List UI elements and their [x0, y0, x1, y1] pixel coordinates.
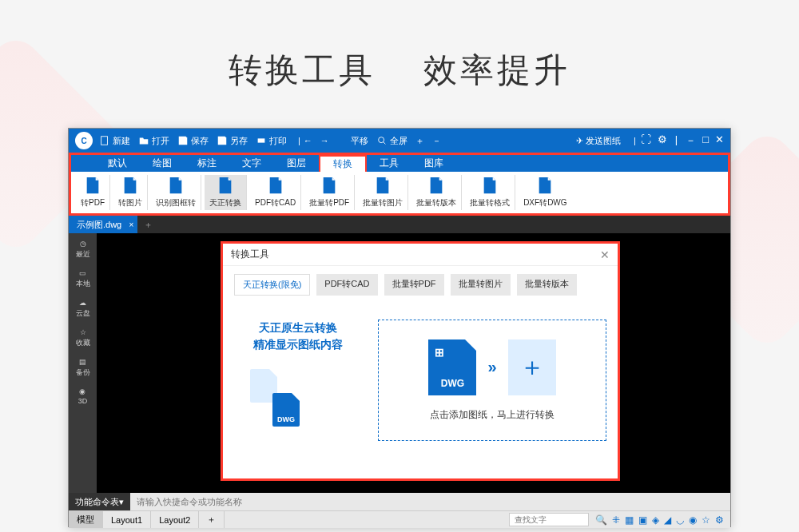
app-logo: C	[75, 132, 93, 149]
command-input[interactable]	[130, 497, 730, 506]
saveas-button[interactable]: 另存	[217, 135, 248, 147]
ribbon-toolbar: 转PDF转图片识别图框转天正转换PDF转CAD批量转PDF批量转图片批量转版本批…	[69, 172, 730, 216]
layout-tab-Layout2[interactable]: Layout2	[151, 511, 199, 528]
ribbon-转图片[interactable]: 转图片	[113, 175, 148, 210]
sidebar-云盘[interactable]: ☁云盘	[76, 299, 90, 319]
ribbon-转PDF[interactable]: 转PDF	[76, 175, 110, 210]
workspace: ◷最近▭本地☁云盘☆收藏▤备份◉3D 转换工具 ✕ 天正转换(限免)PDF转CA…	[69, 233, 730, 493]
dialog-close-button[interactable]: ✕	[600, 248, 610, 261]
ortho-icon[interactable]: ▣	[638, 514, 647, 526]
titlebar: C 新建 打开 保存 另存 打印 | ← → 平移 全屏 ＋ － ✈ 发送图纸 …	[69, 129, 730, 153]
arc-icon[interactable]: ◡	[676, 514, 684, 526]
settings-icon[interactable]: ⚙	[658, 133, 667, 148]
menubar: 默认绘图标注文字图层转换工具图库	[69, 153, 730, 172]
arrow-icon: »	[487, 358, 496, 376]
promo-graphic	[234, 361, 362, 441]
add-file-button[interactable]: ＋	[508, 339, 556, 395]
search-input[interactable]	[509, 513, 589, 526]
menu-文字[interactable]: 文字	[229, 155, 274, 172]
ribbon-DXF转DWG[interactable]: DXF转DWG	[519, 175, 571, 210]
open-button[interactable]: 打开	[138, 135, 169, 147]
new-button[interactable]: 新建	[99, 135, 130, 147]
menu-转换[interactable]: 转换	[319, 155, 367, 172]
zoomin-button[interactable]: ＋	[415, 135, 424, 147]
drop-area[interactable]: DWG » ＋ 点击添加图纸，马上进行转换	[378, 320, 606, 441]
menu-图层[interactable]: 图层	[274, 155, 319, 172]
ribbon-识别图框转[interactable]: 识别图框转	[151, 175, 201, 210]
settings2-icon[interactable]: ⚙	[715, 514, 724, 526]
close-button[interactable]: ✕	[715, 133, 724, 148]
sidebar-本地[interactable]: ▭本地	[76, 269, 90, 289]
layout-tab-Layout1[interactable]: Layout1	[103, 511, 151, 528]
expand-icon[interactable]: ⛶	[641, 133, 651, 148]
dialog-tab-0[interactable]: 天正转换(限免)	[234, 274, 310, 296]
add-tab-button[interactable]: ＋	[137, 219, 159, 231]
drawing-canvas[interactable]: 转换工具 ✕ 天正转换(限免)PDF转CAD批量转PDF批量转图片批量转版本 天…	[97, 233, 730, 493]
dialog-tab-2[interactable]: 批量转PDF	[384, 274, 444, 296]
dialog-tab-4[interactable]: 批量转版本	[517, 274, 577, 296]
dialog-title: 转换工具	[231, 248, 269, 261]
ribbon-PDF转CAD[interactable]: PDF转CAD	[250, 175, 301, 210]
sidebar-3D[interactable]: ◉3D	[78, 387, 88, 405]
app-window: C 新建 打开 保存 另存 打印 | ← → 平移 全屏 ＋ － ✈ 发送图纸 …	[68, 128, 731, 527]
grid-icon[interactable]: ▦	[625, 514, 634, 526]
ribbon-批量转图片[interactable]: 批量转图片	[358, 175, 408, 210]
star-icon[interactable]: ☆	[702, 514, 710, 526]
menu-图库[interactable]: 图库	[411, 155, 456, 172]
layer-icon[interactable]: ◈	[652, 514, 659, 526]
redo-button[interactable]: →	[320, 136, 329, 145]
fullscreen-button[interactable]: 全屏	[376, 135, 407, 147]
ribbon-批量转格式[interactable]: 批量转格式	[465, 175, 515, 210]
minimize-button[interactable]: －	[686, 133, 696, 148]
sidebar-备份[interactable]: ▤备份	[76, 358, 90, 378]
pan-button[interactable]: 平移	[337, 135, 368, 147]
menu-标注[interactable]: 标注	[185, 155, 229, 172]
menu-绘图[interactable]: 绘图	[140, 155, 185, 172]
command-label[interactable]: 功能命令表 ▾	[69, 493, 130, 510]
file-tab[interactable]: 示例图.dwg×	[69, 216, 137, 233]
dialog-tab-1[interactable]: PDF转CAD	[316, 274, 377, 296]
add-layout-button[interactable]: ＋	[199, 511, 225, 528]
hero-title: 转换工具效率提升	[0, 0, 799, 125]
ribbon-批量转PDF[interactable]: 批量转PDF	[304, 175, 355, 210]
dialog-tabs: 天正转换(限免)PDF转CAD批量转PDF批量转图片批量转版本	[223, 266, 618, 304]
drop-hint-text: 点击添加图纸，马上进行转换	[430, 408, 555, 422]
ribbon-批量转版本[interactable]: 批量转版本	[411, 175, 462, 210]
statusbar: 模型Layout1Layout2 ＋ 🔍 ⁜ ▦ ▣ ◈ ◢ ◡ ◉ ☆ ⚙	[69, 510, 730, 528]
sidebar-收藏[interactable]: ☆收藏	[76, 328, 90, 348]
dialog-tab-3[interactable]: 批量转图片	[451, 274, 511, 296]
search-icon[interactable]: 🔍	[595, 514, 607, 526]
zoomout-button[interactable]: －	[432, 135, 441, 147]
document-tabs: 示例图.dwg× ＋	[69, 216, 730, 233]
menu-工具[interactable]: 工具	[367, 155, 411, 172]
send-drawing-button[interactable]: ✈ 发送图纸	[576, 135, 621, 147]
close-tab-icon[interactable]: ×	[129, 220, 133, 229]
maximize-button[interactable]: □	[702, 133, 709, 148]
svg-rect-1	[258, 138, 265, 142]
left-sidebar: ◷最近▭本地☁云盘☆收藏▤备份◉3D	[69, 233, 97, 493]
save-button[interactable]: 保存	[177, 135, 209, 147]
sidebar-最近[interactable]: ◷最近	[76, 240, 90, 260]
snap-icon[interactable]: ⁜	[612, 514, 620, 526]
svg-point-2	[378, 137, 384, 143]
command-bar: 功能命令表 ▾	[69, 493, 730, 510]
undo-button[interactable]: ←	[304, 136, 312, 145]
dwg-file-icon: DWG	[428, 339, 476, 395]
menu-默认[interactable]: 默认	[95, 155, 140, 172]
color-icon[interactable]: ◉	[689, 514, 697, 526]
promo-panel: 天正原生云转换 精准显示图纸内容	[234, 320, 362, 441]
angle-icon[interactable]: ◢	[664, 514, 671, 526]
ribbon-天正转换[interactable]: 天正转换	[205, 175, 247, 210]
layout-tab-模型[interactable]: 模型	[69, 511, 103, 528]
svg-rect-0	[101, 137, 108, 145]
convert-dialog: 转换工具 ✕ 天正转换(限免)PDF转CAD批量转PDF批量转图片批量转版本 天…	[221, 241, 620, 481]
print-button[interactable]: 打印	[256, 135, 287, 147]
